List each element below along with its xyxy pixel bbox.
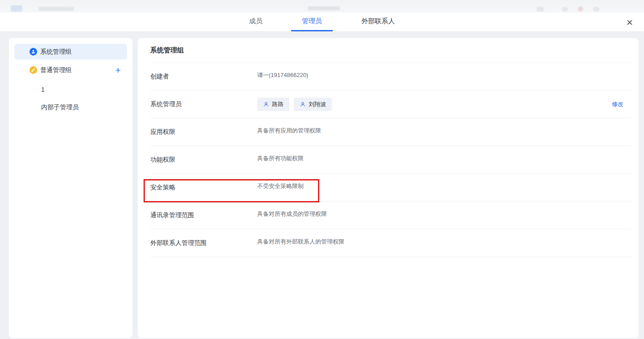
- row-contacts-scope: 通讯录管理范围 具备对所有成员的管理权限: [150, 202, 631, 229]
- close-icon[interactable]: ✕: [623, 16, 636, 29]
- row-system-admins: 系统管理员 路路 刘翔波 修改: [150, 90, 631, 118]
- person-outline-icon: [263, 101, 269, 107]
- row-creator: 创建者 谭一(19174866220): [150, 63, 631, 90]
- panel-title: 系统管理组: [150, 38, 631, 63]
- row-label: 系统管理员: [150, 100, 257, 108]
- row-label: 应用权限: [150, 128, 257, 136]
- background-company-name: [38, 7, 74, 11]
- background-page-topbar: [0, 0, 644, 13]
- row-function-permissions: 功能权限 具备所有功能权限: [150, 146, 631, 174]
- admin-person-icon: [30, 48, 37, 56]
- background-avatar-icon: [578, 6, 583, 12]
- row-label: 安全策略: [150, 184, 257, 192]
- row-value: 谭一(19174866220): [257, 71, 308, 79]
- sidebar-subitem-internal-sub-admin[interactable]: 内部子管理员: [14, 99, 127, 116]
- person-outline-icon: [300, 101, 306, 107]
- row-label: 外部联系人管理范围: [150, 239, 257, 247]
- row-app-permissions: 应用权限 具备所有应用的管理权限: [150, 118, 631, 146]
- admin-group-detail-panel: 系统管理组 创建者 谭一(19174866220) 系统管理员 路路: [138, 38, 639, 338]
- sidebar-item-normal-admin-group[interactable]: 普通管理组 +: [14, 62, 127, 78]
- tab-external-contacts[interactable]: 外部联系人: [351, 13, 406, 31]
- add-admin-group-icon[interactable]: +: [115, 65, 121, 75]
- admin-chip-name: 路路: [272, 100, 284, 108]
- row-value: 具备对所有外部联系人的管理权限: [257, 238, 344, 246]
- background-toolbar-icon: [593, 7, 600, 12]
- sidebar-item-label: 普通管理组: [40, 66, 72, 74]
- sidebar-item-label: 系统管理组: [40, 48, 72, 56]
- contacts-admin-modal: 成员 管理员 外部联系人 ✕ 系统管理组 普通: [0, 13, 644, 339]
- sidebar-item-system-admin-group[interactable]: 系统管理组: [14, 44, 127, 60]
- admin-group-sidebar: 系统管理组 普通管理组 + 1 内部子管理员: [9, 38, 132, 338]
- row-label: 通讯录管理范围: [150, 211, 257, 219]
- modal-body: 系统管理组 普通管理组 + 1 内部子管理员 系统管理组 创建者 谭一(1917…: [0, 32, 644, 339]
- modify-link[interactable]: 修改: [612, 100, 623, 108]
- row-value: 具备所有功能权限: [257, 154, 304, 163]
- row-label: 创建者: [150, 73, 257, 81]
- background-toolbar-icon: [537, 7, 544, 12]
- admin-chip-name: 刘翔波: [309, 100, 326, 108]
- row-external-contacts-scope: 外部联系人管理范围 具备对所有外部联系人的管理权限: [150, 229, 631, 257]
- row-value: 具备对所有成员的管理权限: [257, 210, 327, 218]
- sidebar-subitem-1[interactable]: 1: [14, 81, 127, 99]
- tab-group: 成员 管理员 外部联系人: [238, 13, 406, 31]
- admin-chip[interactable]: 刘翔波: [294, 98, 332, 111]
- row-value: 不受安全策略限制: [257, 182, 304, 190]
- pencil-icon: [30, 66, 37, 74]
- row-security-policy: 安全策略 不受安全策略限制: [150, 174, 631, 202]
- row-label: 功能权限: [150, 156, 257, 164]
- modal-tabbar: 成员 管理员 外部联系人 ✕: [0, 13, 644, 32]
- admin-chip-list: 路路 刘翔波: [257, 98, 332, 111]
- admin-chip[interactable]: 路路: [257, 98, 289, 111]
- tab-administrators[interactable]: 管理员: [291, 13, 333, 31]
- tab-members[interactable]: 成员: [238, 13, 273, 31]
- screen: 成员 管理员 外部联系人 ✕ 系统管理组 普通: [0, 0, 644, 339]
- background-logo: [11, 5, 22, 12]
- row-value: 具备所有应用的管理权限: [257, 127, 321, 135]
- background-toolbar-icon: [562, 7, 568, 12]
- background-page-title: [308, 6, 340, 10]
